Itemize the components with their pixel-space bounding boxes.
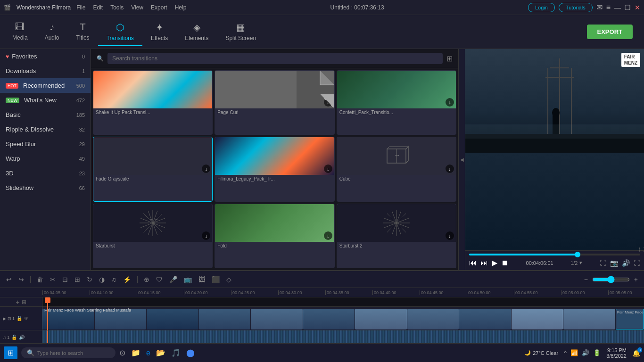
- image-button[interactable]: 🖼: [196, 275, 207, 284]
- menu-tools[interactable]: Tools: [110, 4, 124, 11]
- zoom-in-button[interactable]: +: [632, 275, 640, 284]
- progress-bar[interactable]: { }: [469, 254, 640, 255]
- lock-icon-audio[interactable]: 🔓: [11, 335, 17, 340]
- download-icon-legacy[interactable]: ↓: [324, 165, 332, 173]
- volume-icon[interactable]: 🔊: [622, 259, 630, 267]
- taskbar-search[interactable]: 🔍: [21, 347, 116, 358]
- transition-fadegrayscale[interactable]: ↓ Fade Grayscale: [93, 137, 213, 201]
- pip-button[interactable]: ⬛: [209, 275, 222, 284]
- cut-button[interactable]: ✂: [48, 275, 58, 284]
- speed-button[interactable]: ⚡: [121, 275, 133, 284]
- sidebar-item-warp[interactable]: Warp 49: [0, 151, 91, 166]
- add-track-icon[interactable]: +: [16, 298, 19, 306]
- visibility-icon-1[interactable]: 👁: [24, 316, 29, 321]
- taskbar-time-display[interactable]: 9:15 PM 3/8/2022: [606, 347, 627, 359]
- taskbar-folder-icon[interactable]: 📂: [156, 348, 165, 357]
- grid-view-icon[interactable]: ⊞: [446, 54, 453, 63]
- download-icon-fold[interactable]: ↓: [324, 231, 332, 240]
- taskbar-search-input[interactable]: [37, 350, 103, 356]
- settings-icon[interactable]: ⛶: [634, 259, 640, 267]
- sidebar-item-slideshow[interactable]: Slideshow 66: [0, 181, 91, 195]
- add-track-row[interactable]: + ⊞: [0, 297, 42, 307]
- transition-starburst1[interactable]: ← → ↓ Starburst: [93, 204, 213, 268]
- crop-button[interactable]: ⊞: [72, 275, 83, 284]
- taskbar-widgets-icon[interactable]: ⊙: [119, 348, 125, 357]
- sidebar-item-downloads[interactable]: Downloads 1: [0, 64, 91, 78]
- taskbar-weather[interactable]: 🌙 27°C Clear: [524, 350, 558, 356]
- download-icon-starburst1[interactable]: ↓: [202, 231, 210, 240]
- menu-file[interactable]: File: [76, 4, 85, 11]
- play-button[interactable]: ▶: [492, 258, 497, 267]
- transition-starburst2[interactable]: ↓ Starburst 2: [337, 204, 456, 268]
- tab-audio[interactable]: ♪ Audio: [36, 18, 68, 46]
- stop-button[interactable]: ⏹: [501, 259, 509, 267]
- rewind-button[interactable]: ⏮: [469, 259, 477, 267]
- audio-track[interactable]: [42, 330, 644, 345]
- zoom-out-button[interactable]: −: [582, 275, 590, 284]
- delete-button[interactable]: 🗑: [34, 275, 46, 284]
- sidebar-item-basic[interactable]: Basic 185: [0, 107, 91, 122]
- taskbar-edge-icon[interactable]: e: [146, 349, 150, 357]
- close-button[interactable]: ✕: [635, 4, 640, 11]
- sidebar-item-3d[interactable]: 3D 23: [0, 166, 91, 181]
- dropdown-icon[interactable]: ▾: [579, 260, 582, 266]
- transition-fold[interactable]: ↓ Fold: [215, 204, 334, 268]
- download-icon-cube[interactable]: ↓: [446, 165, 454, 173]
- download-icon-fadegrayscale[interactable]: ↓: [202, 165, 210, 173]
- transition-legacy[interactable]: ↓ Filmora_Legacy_Pack_Tr...: [215, 137, 334, 201]
- tab-transitions[interactable]: ⬡ Transitions: [98, 18, 142, 46]
- notification-center-icon[interactable]: 🔔 3: [632, 349, 640, 357]
- search-input[interactable]: [107, 53, 443, 64]
- sidebar-item-recommended[interactable]: HOT Recommended 500: [0, 78, 91, 93]
- redo-button[interactable]: ↪: [16, 275, 26, 284]
- sidebar-item-speedblur[interactable]: Speed Blur 29: [0, 137, 91, 151]
- tutorials-button[interactable]: Tutorials: [559, 3, 593, 12]
- menu-export[interactable]: Export: [151, 4, 167, 11]
- notification-icon[interactable]: ✉: [596, 3, 603, 12]
- download-icon-starburst2[interactable]: ↓: [446, 231, 454, 240]
- shield-button[interactable]: 🛡: [154, 275, 165, 284]
- start-button[interactable]: ⊞: [4, 346, 17, 359]
- tab-effects[interactable]: ✦ Effects: [142, 18, 176, 46]
- chevron-up-icon[interactable]: ^: [564, 349, 567, 356]
- sidebar-item-whatsnew[interactable]: NEW What's New 472: [0, 93, 91, 107]
- menu-view[interactable]: View: [131, 4, 143, 11]
- taskbar-explorer-icon[interactable]: 📁: [131, 348, 140, 357]
- volume-icon-audio[interactable]: 🔊: [19, 335, 25, 340]
- tab-splitscreen[interactable]: ▦ Split Screen: [217, 18, 264, 46]
- maximize-button[interactable]: ❐: [625, 4, 631, 11]
- transition-pagecurl[interactable]: ↓ Page Curl: [215, 70, 334, 135]
- sidebar-item-favorites[interactable]: ♥ Favorites 0: [0, 49, 91, 64]
- taskbar-chrome-icon[interactable]: ⬤: [186, 348, 195, 357]
- add-media-icon[interactable]: ⊞: [22, 299, 26, 305]
- keyframe-button[interactable]: ◇: [224, 275, 234, 284]
- minimize-button[interactable]: —: [614, 4, 621, 11]
- sidebar-item-ripple[interactable]: Ripple & Dissolve 32: [0, 122, 91, 137]
- menu-edit[interactable]: Edit: [93, 4, 103, 11]
- taskbar-app1-icon[interactable]: 🎵: [171, 348, 181, 357]
- login-button[interactable]: Login: [528, 3, 555, 12]
- video-track[interactable]: Fair Menz Face Wash Starring Fahad Musta…: [42, 307, 644, 330]
- menu-help[interactable]: Help: [175, 4, 187, 11]
- zoom-slider-input[interactable]: [592, 276, 630, 283]
- trim-button[interactable]: ⊡: [60, 275, 70, 284]
- transition-shake[interactable]: Shake It Up Pack Transi...: [93, 70, 213, 135]
- screenshot-icon[interactable]: 📷: [610, 259, 618, 267]
- tab-media[interactable]: 🎞 Media: [4, 18, 36, 46]
- export-button[interactable]: EXPORT: [587, 25, 633, 39]
- lock-icon-1[interactable]: 🔓: [17, 316, 22, 321]
- battery-icon[interactable]: 🔋: [593, 349, 601, 356]
- collapse-panel-button[interactable]: ◀: [458, 49, 465, 270]
- audio-btn[interactable]: ♫: [109, 275, 119, 284]
- menu-icon[interactable]: ≡: [606, 3, 611, 12]
- transition-cube[interactable]: → ↓ Cube: [337, 137, 456, 201]
- color-button[interactable]: ◑: [97, 275, 107, 284]
- fullscreen-icon[interactable]: ⛶: [600, 259, 606, 267]
- transition-confetti[interactable]: ↓ Confetti_Pack_Transitio...: [337, 70, 456, 135]
- network-icon[interactable]: 📶: [570, 349, 578, 356]
- tab-elements[interactable]: ◈ Elements: [176, 18, 217, 46]
- step-back-button[interactable]: ⏭: [480, 259, 488, 267]
- mic-button[interactable]: 🎤: [167, 275, 180, 284]
- snap-button[interactable]: ⊕: [141, 275, 152, 284]
- download-icon-confetti[interactable]: ↓: [446, 98, 454, 107]
